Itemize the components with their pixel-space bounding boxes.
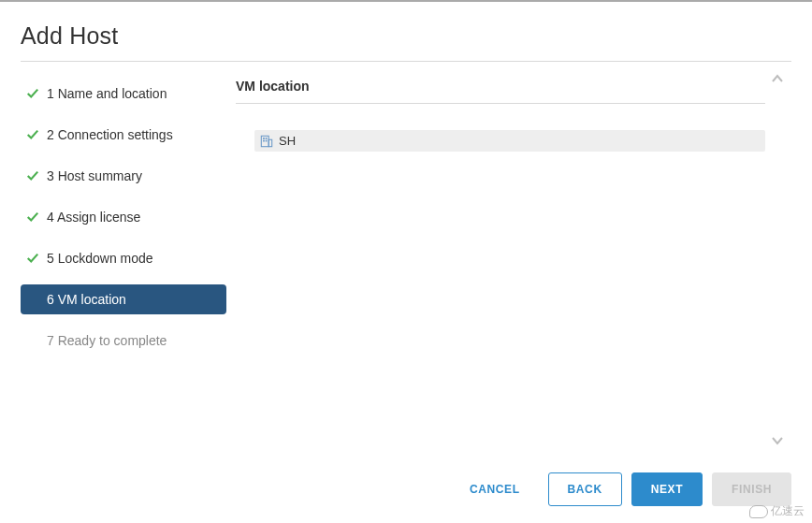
svg-rect-0: [261, 136, 268, 146]
step-assign-license[interactable]: 4 Assign license: [21, 202, 226, 232]
step-label: 1 Name and location: [47, 86, 167, 101]
location-tree: SH: [236, 130, 765, 152]
step-label: 3 Host summary: [47, 168, 142, 183]
step-label: 5 Lockdown mode: [47, 251, 153, 266]
finish-button: FINISH: [712, 472, 791, 506]
step-label: 4 Assign license: [47, 210, 140, 225]
step-host-summary[interactable]: 3 Host summary: [21, 161, 226, 191]
watermark-text: 亿速云: [771, 503, 805, 519]
checkmark-icon: [26, 252, 39, 265]
step-connection-settings[interactable]: 2 Connection settings: [21, 120, 226, 150]
datacenter-icon: [260, 135, 273, 148]
tree-item-datacenter[interactable]: SH: [254, 130, 765, 152]
section-title: VM location: [236, 79, 765, 104]
step-lockdown-mode[interactable]: 5 Lockdown mode: [21, 243, 226, 273]
checkmark-icon: [26, 169, 39, 182]
dialog-title: Add Host: [21, 13, 791, 61]
cancel-button[interactable]: CANCEL: [451, 473, 539, 505]
window-top-strip: [0, 0, 812, 2]
step-ready-to-complete: 7 Ready to complete: [21, 326, 226, 356]
svg-rect-5: [268, 139, 272, 146]
checkmark-icon: [26, 128, 39, 141]
svg-rect-2: [266, 138, 268, 139]
add-host-dialog: Add Host 1 Name and location 2 Connectio…: [0, 2, 812, 367]
step-label: 7 Ready to complete: [47, 333, 167, 348]
dialog-footer: CANCEL BACK NEXT FINISH: [451, 472, 791, 506]
tree-item-label: SH: [279, 134, 296, 148]
back-button[interactable]: BACK: [548, 472, 622, 506]
step-name-and-location[interactable]: 1 Name and location: [21, 79, 226, 109]
checkmark-icon: [26, 87, 39, 100]
checkmark-icon: [26, 211, 39, 224]
title-divider: [21, 61, 791, 62]
dialog-content: 1 Name and location 2 Connection setting…: [21, 79, 791, 367]
wizard-sidebar: 1 Name and location 2 Connection setting…: [21, 79, 226, 367]
scroll-up-icon[interactable]: [771, 70, 784, 86]
step-label: 2 Connection settings: [47, 127, 173, 142]
svg-rect-4: [266, 139, 268, 141]
step-vm-location[interactable]: 6 VM location: [21, 284, 226, 314]
scroll-down-icon[interactable]: [771, 432, 784, 448]
next-button[interactable]: NEXT: [631, 472, 703, 506]
svg-rect-3: [263, 139, 265, 141]
cloud-icon: [749, 505, 768, 518]
svg-rect-1: [263, 138, 265, 139]
watermark: 亿速云: [749, 503, 805, 519]
step-label: 6 VM location: [47, 292, 126, 307]
main-panel: VM location SH: [226, 79, 791, 367]
